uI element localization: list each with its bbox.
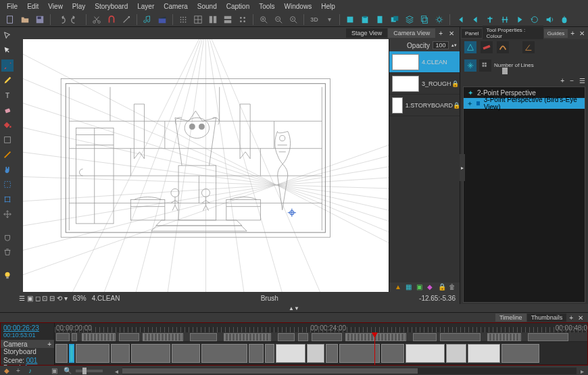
- layer-item-storyboard[interactable]: 1.STORYBOARD🔒: [389, 95, 460, 116]
- zoom-value[interactable]: 63%: [73, 295, 87, 302]
- tl-scroll-right-icon[interactable]: ▸: [581, 368, 584, 375]
- redo-icon[interactable]: [70, 14, 82, 26]
- zoom-fit-icon[interactable]: [287, 14, 299, 26]
- menu-layer[interactable]: Layer: [133, 1, 158, 11]
- open-icon[interactable]: [19, 14, 31, 26]
- document-icon[interactable]: [374, 14, 386, 26]
- bulb-icon[interactable]: [1, 269, 14, 281]
- zoom-out-icon[interactable]: [272, 14, 285, 26]
- layer-item-clean[interactable]: 4.CLEAN: [389, 51, 460, 73]
- tl-scrollbar[interactable]: [122, 368, 577, 374]
- transform-tool-icon[interactable]: [1, 193, 14, 205]
- first-frame-icon[interactable]: [454, 14, 466, 26]
- snap-icon[interactable]: [105, 14, 118, 26]
- layer-image-icon[interactable]: ▣: [416, 283, 424, 291]
- menu-sound[interactable]: Sound: [193, 1, 221, 11]
- guide-grid-icon[interactable]: [479, 59, 491, 72]
- layer-color-icon[interactable]: ▲: [395, 283, 403, 291]
- music-icon[interactable]: [141, 14, 153, 26]
- tab-guides[interactable]: Guides: [544, 29, 568, 38]
- layer-item-rough[interactable]: 3_ROUGH🔒: [389, 73, 460, 95]
- loop-icon[interactable]: [529, 14, 541, 26]
- timeline-tracks[interactable]: 00:00:00:00 00:00:24:00 00:00:48:00: [55, 323, 587, 365]
- new-layer-icon[interactable]: ▦: [406, 283, 414, 291]
- timeline-ruler[interactable]: 00:00:00:00 00:00:24:00 00:00:48:00: [55, 323, 587, 332]
- menu-camera[interactable]: Camera: [160, 1, 192, 11]
- new-icon[interactable]: [4, 14, 16, 26]
- copy-icon[interactable]: [418, 14, 431, 26]
- hand-tool-icon[interactable]: [1, 164, 14, 176]
- tl-add-icon[interactable]: +: [567, 314, 575, 322]
- trash-icon[interactable]: [1, 246, 14, 258]
- cup-icon[interactable]: [1, 231, 14, 243]
- text-tool-icon[interactable]: T: [1, 89, 14, 101]
- tab-panel[interactable]: Panel: [462, 29, 482, 38]
- guide-menu-icon[interactable]: ☰: [579, 77, 585, 84]
- layer-fx-icon[interactable]: ◆: [427, 283, 435, 291]
- grid-dots-icon[interactable]: [177, 14, 189, 26]
- eraser-tool-icon[interactable]: [1, 104, 14, 116]
- tl-zoom-icon[interactable]: 🔍: [64, 367, 72, 375]
- guide-item-3point[interactable]: ✦ 3-Point Perspective (Bird's-Eye View): [464, 98, 585, 109]
- lock-icon[interactable]: 🔒: [451, 80, 460, 87]
- tl-snap-icon[interactable]: ◆: [4, 367, 12, 375]
- bucket-tool-icon[interactable]: [1, 119, 14, 131]
- arrow-tool-icon[interactable]: [1, 45, 14, 57]
- menu-tools[interactable]: Tools: [255, 1, 278, 11]
- lock-icon[interactable]: 🔒: [453, 102, 460, 109]
- add-view-icon[interactable]: +: [436, 30, 445, 37]
- gear-icon[interactable]: [433, 14, 445, 26]
- menu-edit[interactable]: Edit: [23, 1, 43, 11]
- scene-value[interactable]: 001: [26, 357, 38, 364]
- layer-lock-icon[interactable]: 🔒: [438, 283, 446, 291]
- opacity-spinner-icon[interactable]: ▴▾: [451, 43, 457, 48]
- tab-thumbnails[interactable]: Thumbnails: [527, 314, 567, 322]
- tl-camera-icon[interactable]: ▣: [51, 367, 59, 375]
- tab-camera-view[interactable]: Camera View: [388, 28, 435, 38]
- tl-sound-icon[interactable]: ♪: [28, 367, 36, 375]
- dropdown-icon[interactable]: ▾: [323, 14, 335, 26]
- tab-timeline[interactable]: Timeline: [495, 314, 526, 322]
- layout1-icon[interactable]: [207, 14, 219, 26]
- knife-icon[interactable]: [120, 14, 132, 26]
- fold-bar[interactable]: ▲▼: [0, 304, 588, 312]
- layout2-icon[interactable]: [222, 14, 234, 26]
- opacity-input[interactable]: [433, 41, 449, 49]
- camera-track[interactable]: [55, 332, 587, 342]
- save-icon[interactable]: [34, 14, 46, 26]
- tl-scroll-left-icon[interactable]: ◂: [115, 368, 118, 375]
- marker2-icon[interactable]: [499, 14, 511, 26]
- timecode[interactable]: 00:00:26:23: [3, 324, 51, 332]
- menu-file[interactable]: File: [3, 1, 22, 11]
- tl-zoom-slider[interactable]: [76, 370, 103, 372]
- playhead[interactable]: [374, 332, 375, 365]
- view-mode-icon[interactable]: ☰ ▣ ◻ ⊡ ⊟ ⟲ ▾: [19, 295, 68, 302]
- guide-angle-icon[interactable]: [522, 41, 535, 53]
- menu-storyboard[interactable]: Storyboard: [91, 1, 132, 11]
- guide-axis-icon[interactable]: [464, 59, 476, 72]
- move-tool-icon[interactable]: [1, 208, 14, 220]
- guide-add-icon[interactable]: +: [560, 77, 564, 84]
- expand-right-icon[interactable]: ▸: [460, 154, 465, 181]
- storyboard-track[interactable]: [55, 342, 587, 365]
- layer-trash-icon[interactable]: 🗑: [449, 283, 457, 291]
- brush-tool-icon[interactable]: [1, 59, 14, 72]
- menu-view[interactable]: View: [44, 1, 67, 11]
- tl-add-icon[interactable]: +: [16, 367, 24, 375]
- cut-icon[interactable]: [91, 14, 103, 26]
- menu-caption[interactable]: Caption: [222, 1, 253, 11]
- shape-tool-icon[interactable]: [1, 134, 14, 146]
- play-icon[interactable]: [514, 14, 526, 26]
- prev-frame-icon[interactable]: [469, 14, 481, 26]
- add-tab-icon[interactable]: +: [568, 30, 577, 37]
- paste-icon[interactable]: [359, 14, 371, 26]
- guide-perspective-icon[interactable]: [464, 41, 476, 53]
- layers-icon[interactable]: [403, 14, 416, 26]
- sound-icon[interactable]: [543, 14, 556, 26]
- tl-close-icon[interactable]: ✕: [576, 314, 585, 322]
- camera-add-icon[interactable]: +: [47, 341, 51, 348]
- dot-grid-icon[interactable]: [237, 14, 249, 26]
- close-view-icon[interactable]: ✕: [446, 30, 457, 37]
- tab-tool-properties[interactable]: Tool Properties : Colour: [483, 26, 543, 41]
- guide-ruler-icon[interactable]: [481, 41, 493, 53]
